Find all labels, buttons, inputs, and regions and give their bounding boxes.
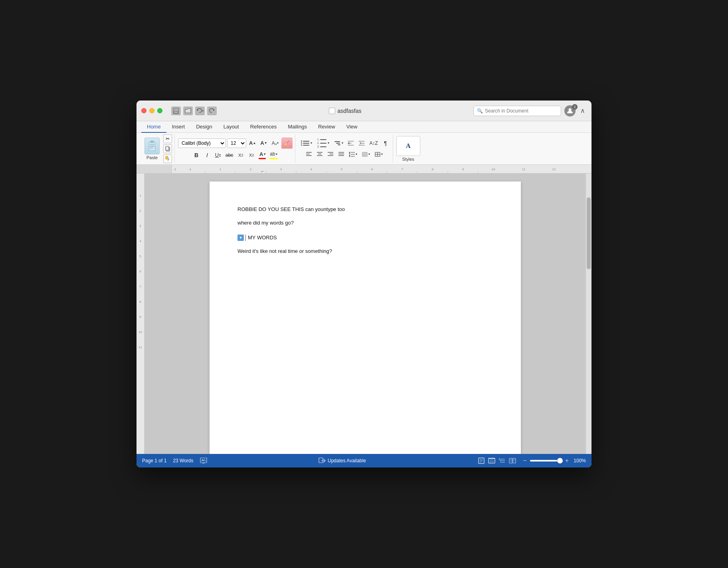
svg-text:5: 5 (341, 168, 343, 171)
font-row-2: B I U abc X2 X2 A ab (192, 150, 279, 160)
align-left-button[interactable] (304, 150, 314, 159)
font-size-select[interactable]: 12 (227, 138, 246, 148)
close-button[interactable] (141, 108, 146, 113)
underline-button[interactable]: U (213, 150, 223, 160)
bold-button[interactable]: B (192, 150, 201, 160)
ruler-mark-7: 7 (136, 284, 144, 300)
align-center-button[interactable] (315, 150, 324, 159)
user-icon[interactable]: 2 (564, 105, 576, 116)
format-painter-button[interactable] (163, 154, 172, 163)
svg-rect-72 (500, 460, 500, 461)
increase-font-button[interactable]: A▲ (247, 138, 257, 148)
multilevel-list-button[interactable] (332, 138, 345, 148)
search-input[interactable] (485, 108, 558, 114)
font-group: Calibri (Body) 12 A▲ A▼ Aₐ▾ 🧹 B I U abc … (176, 135, 295, 163)
zoom-slider-track[interactable] (530, 460, 562, 461)
svg-rect-8 (150, 148, 153, 148)
redo-icon[interactable] (207, 106, 217, 115)
line-spacing-button[interactable] (347, 150, 359, 159)
decrease-font-button[interactable]: A▼ (259, 138, 269, 148)
web-layout-icon[interactable] (488, 457, 496, 464)
clear-formatting-button[interactable]: 🧹 (281, 138, 293, 149)
clipboard-group: Paste ✂ (140, 135, 175, 163)
tab-references[interactable]: References (245, 121, 282, 133)
sort-button[interactable]: A↕Z (368, 138, 379, 148)
view-icons (477, 457, 516, 464)
word-count: 23 Words (173, 458, 193, 463)
styles-preview[interactable]: A (396, 136, 420, 156)
updates-button[interactable]: Updates Available (318, 458, 366, 464)
scrollbar-thumb[interactable] (587, 197, 591, 269)
maximize-button[interactable] (157, 108, 162, 113)
document-content[interactable]: ROBBIE DO YOU SEE THIS can yountype too … (237, 205, 493, 255)
svg-text:9: 9 (462, 168, 464, 171)
justify-button[interactable] (336, 150, 346, 159)
paste-label: Paste (146, 155, 158, 160)
font-family-select[interactable]: Calibri (Body) (178, 138, 226, 148)
svg-rect-10 (166, 146, 169, 150)
tab-mailings[interactable]: Mailings (282, 121, 313, 133)
tab-home[interactable]: Home (141, 121, 166, 133)
tab-review[interactable]: Review (313, 121, 341, 133)
zoom-out-icon[interactable]: − (523, 457, 526, 464)
svg-rect-1 (174, 108, 177, 110)
title-center: asdfasfas (220, 108, 470, 114)
superscript-button[interactable]: X2 (247, 150, 256, 160)
outline-view-icon[interactable] (498, 457, 506, 464)
titlebar-right: 2 ∧ (564, 105, 587, 116)
undo-icon[interactable]: ▾ (195, 106, 205, 115)
borders-button[interactable] (373, 150, 384, 159)
change-case-button[interactable]: Aₐ▾ (270, 138, 280, 148)
save-icon[interactable] (171, 106, 181, 115)
show-paragraph-button[interactable]: ¶ (381, 138, 390, 148)
para-row-1: 1. 2. 3. A↕ (299, 138, 390, 148)
numbering-button[interactable]: 1. 2. 3. (315, 138, 331, 148)
copy-button[interactable] (163, 144, 172, 153)
cut-button[interactable]: ✂ (163, 134, 172, 143)
svg-rect-64 (489, 458, 495, 463)
strikethrough-button[interactable]: abc (224, 150, 235, 160)
svg-rect-11 (166, 156, 168, 159)
read-mode-icon[interactable] (508, 457, 516, 464)
tab-layout[interactable]: Layout (218, 121, 245, 133)
document-scroll[interactable]: ROBBIE DO YOU SEE THIS can yountype too … (144, 174, 586, 454)
decrease-indent-button[interactable] (346, 138, 356, 148)
zoom-thumb[interactable] (557, 458, 563, 463)
page-info: Page 1 of 1 (142, 458, 166, 463)
ribbon-collapse-button[interactable]: ∧ (579, 106, 587, 115)
paste-button[interactable]: Paste (143, 137, 161, 161)
svg-text:8: 8 (432, 168, 434, 171)
folder-icon[interactable] (183, 106, 193, 115)
vertical-scrollbar[interactable] (586, 174, 592, 454)
search-bar[interactable]: 🔍 (473, 106, 561, 116)
font-color-button[interactable]: A (257, 150, 267, 160)
tab-design[interactable]: Design (190, 121, 218, 133)
subscript-button[interactable]: X2 (236, 150, 245, 160)
para-row-2 (304, 150, 384, 159)
ribbon-tabs: Home Insert Design Layout References Mai… (136, 121, 592, 133)
tab-insert[interactable]: Insert (166, 121, 191, 133)
tab-view[interactable]: View (341, 121, 363, 133)
svg-text:4: 4 (311, 168, 313, 171)
highlight-color-indicator (269, 158, 277, 159)
increase-indent-button[interactable] (357, 138, 366, 148)
ruler-mark-2: 2 (136, 209, 144, 224)
italic-button[interactable]: I (202, 150, 212, 160)
paragraph-group: 1. 2. 3. A↕ (296, 135, 393, 163)
align-right-button[interactable] (326, 150, 335, 159)
print-layout-icon[interactable] (477, 457, 485, 464)
svg-rect-5 (150, 141, 154, 143)
bullets-button[interactable] (299, 138, 314, 148)
paragraph-1: ROBBIE DO YOU SEE THIS can yountype too (237, 205, 493, 213)
highlight-color-button[interactable]: ab (268, 150, 279, 160)
shading-button[interactable] (360, 150, 372, 159)
minimize-button[interactable] (149, 108, 154, 113)
word-window: ▾ asdfasfas 🔍 2 (136, 101, 592, 467)
document-page[interactable]: ROBBIE DO YOU SEE THIS can yountype too … (210, 181, 521, 454)
paste-icon (144, 138, 160, 154)
ruler-mark-5: 5 (136, 254, 144, 269)
styles-label: Styles (402, 157, 414, 162)
zoom-in-icon[interactable]: + (565, 457, 569, 464)
proofing-icon[interactable] (200, 458, 207, 464)
ruler-mark-1: 1 (136, 193, 144, 209)
